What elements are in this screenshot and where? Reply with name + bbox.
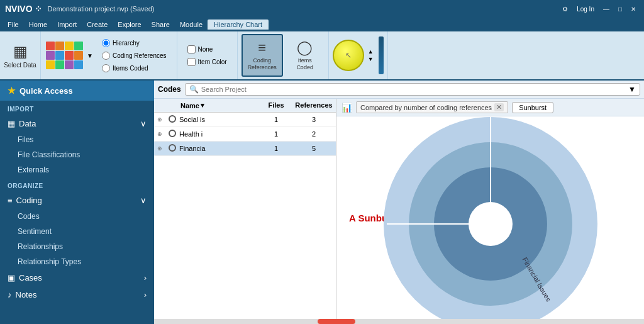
menu-import[interactable]: Import	[52, 20, 82, 30]
maximize-btn[interactable]: □	[615, 4, 625, 14]
chart-pane: 📊 Compared by number of coding reference…	[336, 99, 644, 319]
ribbon-group-color: None Item Color	[177, 31, 238, 79]
codes-header: Codes 🔍 ▼	[154, 81, 644, 99]
coding-references-radio-btn[interactable]: Coding References	[99, 50, 169, 61]
table-header: Name ▾ Files References	[154, 99, 336, 113]
expand-cell[interactable]: ⊕	[154, 131, 165, 137]
circle-cell	[165, 130, 179, 138]
minimize-btn[interactable]: —	[600, 4, 613, 14]
codes-table-pane: Name ▾ Files References ⊕ Social is 1 3	[154, 99, 336, 319]
close-btn[interactable]: ✕	[628, 4, 639, 14]
menu-bar: File Home Import Create Explore Share Mo…	[0, 18, 644, 31]
chart-icon: 📊	[341, 103, 352, 113]
color-cell	[74, 42, 83, 50]
table-row[interactable]: ⊕ Health i 1 2	[154, 127, 336, 142]
sunburst-tab[interactable]: Sunburst	[512, 102, 553, 113]
close-compared-btn[interactable]: ✕	[494, 103, 504, 111]
sidebar-item-file-classifications[interactable]: File Classifications	[0, 147, 154, 162]
files-cell: 1	[260, 116, 292, 123]
color-cell	[74, 60, 83, 69]
window-controls[interactable]: ⚙ Log In — □ ✕	[559, 4, 639, 14]
color-cell	[65, 51, 74, 60]
sidebar-item-sentiment[interactable]: Sentiment	[0, 224, 154, 239]
sidebar-item-codes[interactable]: Codes	[0, 209, 154, 224]
items-coded-button[interactable]: ◯ Items Coded	[286, 34, 325, 77]
menu-file[interactable]: File	[3, 20, 24, 30]
title-bar: NVIVO ⁘ Demonstration project.nvp (Saved…	[0, 0, 644, 18]
chart-canvas: A Sunburst ➤	[336, 116, 644, 319]
color-cell	[46, 51, 55, 60]
item-color-checkbox-btn[interactable]: Item Color	[185, 57, 230, 67]
sunburst-chart: Financial Issues	[377, 116, 604, 319]
color-cell	[74, 51, 83, 60]
menu-hierarchy-chart[interactable]: Hierarchy Chart	[208, 20, 269, 30]
circle-cell	[165, 115, 179, 124]
search-input[interactable]	[201, 86, 626, 93]
circle-header	[165, 101, 179, 109]
none-checkbox[interactable]	[187, 45, 196, 53]
menu-home[interactable]: Home	[24, 20, 52, 30]
select-data-button[interactable]: ▦ Select Data	[4, 34, 36, 77]
chevron-right-icon: ›	[144, 290, 147, 299]
dropdown-arrow-icon[interactable]: ▼	[628, 85, 636, 94]
quick-access-icon: ★	[8, 86, 16, 96]
none-checkbox-btn[interactable]: None	[185, 44, 230, 55]
active-mode-button[interactable]: ↖	[333, 40, 364, 71]
sidebar-item-relationship-types[interactable]: Relationship Types	[0, 254, 154, 269]
hierarchy-radio[interactable]	[102, 39, 110, 47]
coding-references-radio[interactable]	[102, 52, 110, 60]
cases-icon: ▣	[8, 273, 15, 282]
color-cell	[55, 42, 64, 50]
sidebar-item-data[interactable]: ▦ Data ∨	[0, 115, 154, 132]
menu-explore[interactable]: Explore	[113, 20, 146, 30]
expand-cell[interactable]: ⊕	[154, 145, 165, 152]
name-cell: Social is	[179, 116, 260, 123]
scroll-down-icon[interactable]: ▼	[368, 56, 374, 62]
hierarchy-radio-btn[interactable]: Hierarchy	[99, 38, 169, 48]
chevron-down-icon: ∨	[140, 196, 147, 205]
ribbon-group-hierarchy: ▼ Hierarchy Coding References Items Code…	[41, 31, 177, 79]
search-box[interactable]: 🔍 ▼	[185, 83, 640, 96]
codes-panel-label: Codes	[158, 85, 181, 94]
items-coded-radio-btn[interactable]: Items Coded	[99, 63, 169, 74]
ribbon-slider[interactable]	[379, 36, 384, 74]
log-in-label[interactable]: Log In	[574, 4, 597, 14]
quick-access-section[interactable]: ★ Quick Access	[0, 81, 154, 101]
sidebar-item-notes[interactable]: ♪ Notes ›	[0, 286, 154, 303]
ribbon-color-options: None Item Color	[181, 42, 233, 70]
sidebar-item-cases[interactable]: ▣ Cases ›	[0, 269, 154, 286]
table-row-selected[interactable]: ⊕ Financia 1 5	[154, 142, 336, 156]
bottom-scrollbar[interactable]	[154, 319, 644, 324]
files-cell: 1	[260, 145, 292, 152]
sidebar-item-externals[interactable]: Externals	[0, 162, 154, 177]
sidebar-item-relationships[interactable]: Relationships	[0, 239, 154, 254]
name-header[interactable]: Name ▾	[179, 101, 260, 109]
references-header[interactable]: References	[292, 101, 336, 109]
item-color-checkbox[interactable]	[187, 58, 196, 66]
data-icon: ▦	[8, 119, 15, 128]
ribbon-group-select: ▦ Select Data	[0, 31, 41, 79]
color-cell	[65, 60, 74, 69]
items-coded-radio[interactable]	[102, 64, 110, 72]
scrollbar-thumb[interactable]	[318, 319, 355, 324]
scroll-up-icon[interactable]: ▲	[368, 48, 374, 55]
ribbon-group-active: ↖ ▲ ▼	[329, 31, 388, 79]
items-coded-icon: ◯	[297, 40, 313, 56]
name-cell: Financia	[179, 145, 260, 152]
menu-module[interactable]: Module	[175, 20, 208, 30]
import-section-label: IMPORT	[0, 101, 154, 115]
settings-icon[interactable]: ⚙	[559, 4, 571, 14]
table-row[interactable]: ⊕ Social is 1 3	[154, 113, 336, 127]
sidebar-item-coding[interactable]: ≡ Coding ∨	[0, 192, 154, 209]
menu-create[interactable]: Create	[82, 20, 113, 30]
ribbon-scroll-arrows: ▲ ▼	[368, 48, 374, 62]
expand-cell[interactable]: ⊕	[154, 116, 165, 123]
coding-references-button[interactable]: ≡ Coding References	[242, 34, 283, 77]
color-cell	[46, 42, 55, 50]
files-header[interactable]: Files	[260, 101, 292, 109]
menu-share[interactable]: Share	[147, 20, 175, 30]
app-logo: NVIVO ⁘	[5, 4, 42, 14]
color-cell	[55, 51, 64, 60]
sidebar-item-files[interactable]: Files	[0, 132, 154, 147]
dropdown-arrow-icon[interactable]: ▼	[87, 52, 93, 59]
